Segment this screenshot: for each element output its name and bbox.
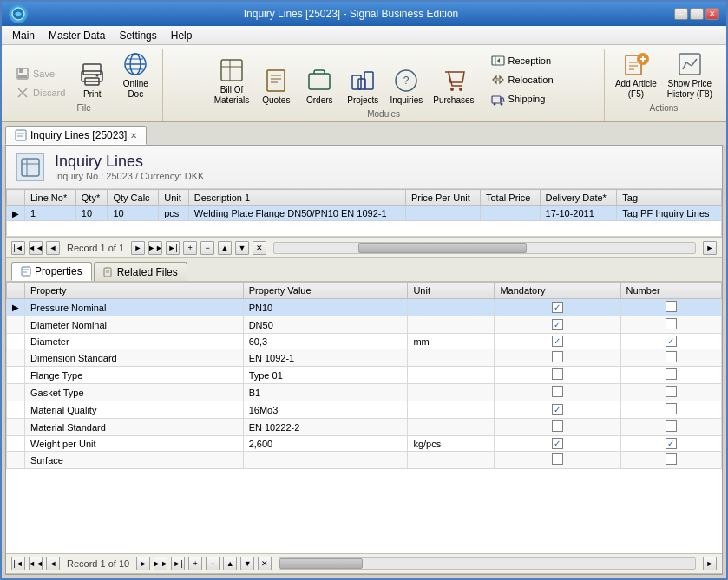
cell-delivery-date[interactable]: 17-10-2011 — [540, 206, 617, 221]
mandatory-checkbox[interactable] — [552, 336, 563, 347]
props-cell-value[interactable]: EN 1092-1 — [243, 349, 408, 367]
props-cell-value[interactable]: EN 10222-2 — [243, 419, 408, 436]
menu-help[interactable]: Help — [164, 28, 200, 43]
cell-qty-calc[interactable]: 10 — [108, 206, 159, 221]
inquiries-button[interactable]: ? Inquiries — [386, 65, 426, 108]
nav-prev-button[interactable]: ◄ — [46, 241, 60, 255]
number-checkbox[interactable] — [666, 318, 677, 329]
col-delivery-date[interactable]: Delivery Date* — [540, 190, 617, 206]
props-cell-property[interactable]: Dimension Standard — [25, 349, 244, 367]
cell-qty[interactable]: 10 — [75, 206, 108, 221]
cell-price-per-unit[interactable] — [405, 206, 480, 221]
number-checkbox[interactable] — [666, 386, 677, 397]
props-cell-value[interactable] — [243, 452, 408, 469]
props-cell-property[interactable]: Material Quality — [25, 401, 244, 419]
nav-last-button[interactable]: ►| — [166, 241, 180, 255]
props-nav-last-button[interactable]: ►| — [171, 557, 185, 570]
props-cell-value[interactable]: 2,600 — [243, 436, 408, 452]
tab-inquiry-lines[interactable]: Inquiry Lines [25023] ✕ — [5, 126, 147, 145]
props-scroll-right-button[interactable]: ► — [703, 557, 717, 570]
menu-master-data[interactable]: Master Data — [42, 28, 112, 43]
props-nav-up-button[interactable]: ▲ — [223, 557, 237, 570]
orders-button[interactable]: Orders — [299, 65, 339, 108]
props-row[interactable]: Gasket Type B1 — [7, 384, 722, 401]
price-history-button[interactable]: Show PriceHistory (F8) — [664, 49, 716, 101]
props-nav-delete-button[interactable]: − — [206, 557, 220, 570]
online-doc-button[interactable]: OnlineDoc — [115, 49, 155, 101]
print-button[interactable]: Print — [72, 59, 112, 101]
number-checkbox[interactable] — [666, 420, 677, 432]
menu-settings[interactable]: Settings — [112, 28, 163, 43]
close-button[interactable]: ✕ — [705, 8, 719, 20]
nav-first-button[interactable]: |◄ — [11, 241, 25, 255]
props-cell-property[interactable]: Flange Type — [25, 367, 244, 384]
props-cell-property[interactable]: Diameter — [25, 334, 244, 349]
mandatory-checkbox[interactable] — [552, 368, 563, 380]
mandatory-checkbox[interactable] — [552, 420, 563, 432]
props-cell-unit[interactable] — [408, 367, 495, 384]
props-col-number[interactable]: Number — [620, 283, 721, 299]
number-checkbox[interactable] — [666, 301, 677, 312]
props-col-mandatory[interactable]: Mandatory — [495, 283, 620, 299]
props-scrollbar[interactable] — [279, 557, 696, 570]
cell-line-no[interactable]: 1 — [25, 206, 76, 221]
props-row[interactable]: Material Quality 16Mo3 — [7, 401, 722, 419]
props-cell-value[interactable]: DN50 — [243, 316, 408, 334]
cell-total-price[interactable] — [481, 206, 541, 221]
nav-next-button[interactable]: ► — [131, 241, 145, 255]
discard-button[interactable]: Discard — [12, 84, 69, 101]
props-row[interactable]: Diameter Nominal DN50 — [7, 316, 722, 334]
props-row[interactable]: ▶ Pressure Nominal PN10 — [7, 299, 722, 316]
props-col-value[interactable]: Property Value — [243, 283, 408, 299]
props-cell-value[interactable]: 16Mo3 — [243, 401, 408, 419]
nav-delete-button[interactable]: − — [200, 241, 214, 255]
bom-button[interactable]: Bill OfMaterials — [211, 55, 253, 108]
nav-down-button[interactable]: ▼ — [235, 241, 249, 255]
props-nav-add-button[interactable]: + — [188, 557, 202, 570]
col-total-price[interactable]: Total Price — [481, 190, 541, 206]
props-cell-unit[interactable] — [408, 452, 495, 469]
nav-up-button[interactable]: ▲ — [218, 241, 232, 255]
nav-scroll-right-button[interactable]: ► — [703, 241, 717, 255]
props-nav-cancel-button[interactable]: ✕ — [258, 557, 272, 570]
props-cell-value[interactable]: PN10 — [243, 299, 408, 316]
mandatory-checkbox[interactable] — [552, 302, 563, 313]
nav-add-button[interactable]: + — [183, 241, 197, 255]
props-cell-property[interactable]: Weight per Unit — [25, 436, 244, 452]
props-cell-value[interactable]: B1 — [243, 384, 408, 401]
projects-button[interactable]: Projects — [343, 65, 383, 108]
props-col-unit[interactable]: Unit — [408, 283, 495, 299]
props-cell-property[interactable]: Gasket Type — [25, 384, 244, 401]
mandatory-checkbox[interactable] — [552, 386, 563, 397]
props-cell-unit[interactable] — [408, 384, 495, 401]
props-cell-property[interactable]: Pressure Nominal — [25, 299, 244, 316]
cell-description1[interactable]: Welding Plate Flange DN50/PN10 EN 1092-1 — [188, 206, 405, 221]
props-col-property[interactable]: Property — [25, 283, 244, 299]
maximize-button[interactable]: □ — [690, 8, 704, 20]
props-cell-unit[interactable] — [408, 419, 495, 436]
save-button[interactable]: Save — [12, 65, 69, 82]
col-qty[interactable]: Qty* — [75, 190, 108, 206]
props-cell-unit[interactable]: mm — [408, 334, 495, 349]
props-cell-unit[interactable] — [408, 299, 495, 316]
props-cell-unit[interactable] — [408, 349, 495, 367]
quotes-button[interactable]: Quotes — [256, 65, 296, 108]
relocation-button[interactable]: Relocation — [488, 71, 557, 88]
number-checkbox[interactable] — [666, 453, 677, 465]
table-row[interactable]: ▶ 1 10 10 pcs Welding Plate Flange DN50/… — [7, 206, 722, 221]
props-row[interactable]: Diameter 60,3 mm — [7, 334, 722, 349]
props-nav-next-button[interactable]: ► — [136, 557, 150, 570]
number-checkbox[interactable] — [666, 351, 677, 362]
mandatory-checkbox[interactable] — [552, 438, 563, 449]
props-cell-unit[interactable]: kg/pcs — [408, 436, 495, 452]
number-checkbox[interactable] — [666, 438, 677, 449]
col-line-no[interactable]: Line No* — [25, 190, 76, 206]
props-row[interactable]: Material Standard EN 10222-2 — [7, 419, 722, 436]
cell-tag[interactable]: Tag PF Inquiry Lines — [617, 206, 722, 221]
col-description1[interactable]: Description 1 — [188, 190, 405, 206]
props-nav-prev-fast-button[interactable]: ◄◄ — [29, 557, 43, 570]
props-row[interactable]: Flange Type Type 01 — [7, 367, 722, 384]
props-cell-unit[interactable] — [408, 401, 495, 419]
props-cell-value[interactable]: Type 01 — [243, 367, 408, 384]
props-row[interactable]: Surface — [7, 452, 722, 469]
